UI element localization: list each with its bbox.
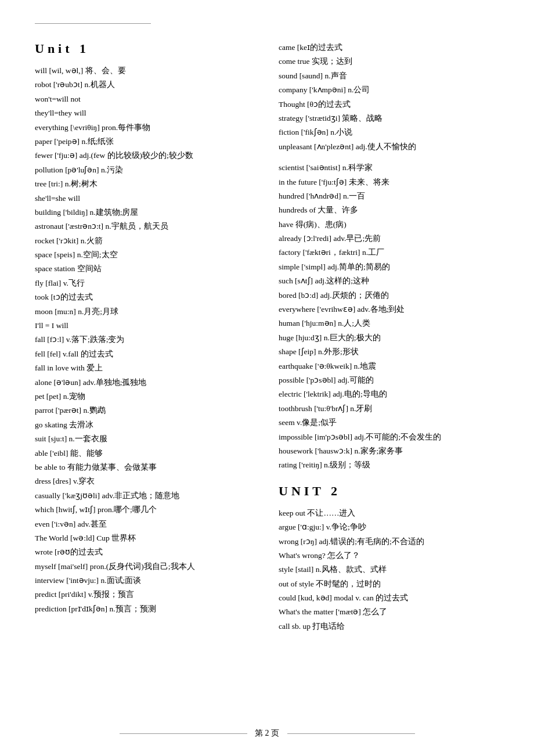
list-item: company ['kʌmpəni] n.公司 — [279, 84, 499, 96]
unit1-right-entries-top: came [keɪ的过去式come true 实现；达到sound [saund… — [279, 41, 499, 153]
list-item: be able to 有能力做某事、会做某事 — [35, 461, 255, 474]
list-item: alone [ə'ləun] adv.单独地;孤独地 — [35, 376, 255, 389]
list-item: wrote [rəʊ的过去式 — [35, 546, 255, 559]
list-item: simple ['simpl] adj.简单的;简易的 — [279, 261, 499, 273]
list-item: everywhere ['evrihwɛə] adv.各地;到处 — [279, 303, 499, 316]
list-item: hundred ['hʌndrəd] n.一百 — [279, 190, 499, 203]
list-item: unpleasant [ʌn'plezənt] adj.使人不愉快的 — [279, 141, 499, 153]
list-item: fall in love with 爱上 — [35, 362, 255, 375]
list-item: rocket ['rɔkit] n.火箭 — [35, 235, 255, 247]
left-column: Unit 1 will [wil, wəl,] 将、会、要robot ['rəu… — [35, 41, 267, 634]
list-item: myself [mai'self] pron.(反身代词)我自己;我本人 — [35, 560, 255, 573]
list-item: hundreds of 大量、许多 — [279, 204, 499, 217]
footer-line-left — [120, 733, 247, 734]
main-content: Unit 1 will [wil, wəl,] 将、会、要robot ['rəu… — [35, 41, 499, 634]
list-item: factory ['fæktəri，fæktri] n.工厂 — [279, 246, 499, 259]
list-item: keep out 不让……进入 — [279, 507, 499, 520]
right-column: came [keɪ的过去式come true 实现；达到sound [saund… — [267, 41, 499, 634]
list-item: bored [bɔ:d] adj.厌烦的；厌倦的 — [279, 289, 499, 302]
list-item: could [kud, kəd] modal v. can 的过去式 — [279, 592, 499, 604]
list-item: fall [fɔ:l] v.落下;跌落;变为 — [35, 333, 255, 346]
list-item: casually ['kæʒjʊəli] adv.非正式地；随意地 — [35, 489, 255, 502]
list-item: which [hwitʃ, wɪtʃ] pron.哪个;哪几个 — [35, 503, 255, 516]
list-item: sound [saund] n.声音 — [279, 70, 499, 82]
list-item: space [speis] n.空间;太空 — [35, 249, 255, 261]
list-item: The World [wə:ld] Cup 世界杯 — [35, 532, 255, 545]
list-item: everything [\evriθiŋ] pron.每件事物 — [35, 121, 255, 134]
list-item: already [ɔ:l'redi] adv.早已;先前 — [279, 232, 499, 245]
top-divider — [35, 23, 151, 24]
list-item: they'll=they will — [35, 107, 255, 120]
list-item: she'll=she will — [35, 192, 255, 205]
list-item: pollution [pə'luʃən] n.污染 — [35, 164, 255, 177]
footer-page-text: 第 2 页 — [255, 729, 279, 737]
list-item: I'll = I will — [35, 319, 255, 332]
list-item: argue ['ɑ:gju:] v.争论;争吵 — [279, 521, 499, 534]
list-item: will [wil, wəl,] 将、会、要 — [35, 64, 255, 77]
unit1-entries: will [wil, wəl,] 将、会、要robot ['rəubɔt] n.… — [35, 64, 255, 615]
list-item: strategy ['strætidʒi] 策略、战略 — [279, 112, 499, 125]
footer-line-right — [287, 733, 415, 734]
list-item: came [keɪ的过去式 — [279, 41, 499, 54]
list-item: electric ['lektrik] adj.电的;导电的 — [279, 388, 499, 401]
list-item: toothbrush ['tu:θ'brʌʃ] n.牙刷 — [279, 402, 499, 415]
list-item: rating ['reitiŋ] n.级别；等级 — [279, 459, 499, 471]
list-item: able ['eibl] 能、能够 — [35, 447, 255, 460]
page: Unit 1 will [wil, wəl,] 将、会、要robot ['rəu… — [0, 0, 534, 756]
list-item: have 得(病)、患(病) — [279, 218, 499, 231]
list-item: building ['bildiŋ] n.建筑物;房屋 — [35, 206, 255, 219]
list-item: dress [dres] v.穿衣 — [35, 475, 255, 488]
list-item: earthquake ['ə:θkweik] n.地震 — [279, 360, 499, 373]
list-item: space station 空间站 — [35, 262, 255, 275]
list-item: fell [fel] v.fall 的过去式 — [35, 348, 255, 361]
list-item: possible ['pɔsəbl] adj.可能的 — [279, 374, 499, 387]
unit1-heading: Unit 1 — [35, 41, 255, 56]
unit1-right-entries-mid: scientist ['saiəntist] n.科学家in the futur… — [279, 161, 499, 472]
list-item: impossible [im'pɔsəbl] adj.不可能的;不会发生的 — [279, 431, 499, 444]
unit2-entries: keep out 不让……进入argue ['ɑ:gju:] v.争论;争吵wr… — [279, 507, 499, 633]
list-item: seem v.像是;似乎 — [279, 416, 499, 429]
list-item: astronaut ['æstrənɔ:t] n.宇航员，航天员 — [35, 220, 255, 233]
page-footer: 第 2 页 — [0, 728, 534, 739]
list-item: parrot ['pærət] n.鹦鹉 — [35, 404, 255, 417]
list-item: even ['i:vən] adv.甚至 — [35, 518, 255, 531]
list-item: style [stail] n.风格、款式、式样 — [279, 563, 499, 576]
list-item: huge [hju:dʒ] n.巨大的;极大的 — [279, 332, 499, 344]
list-item: shape [ʃeip] n.外形;形状 — [279, 345, 499, 358]
list-item: human ['hju:mən] n.人;人类 — [279, 317, 499, 330]
list-item: wrong [rɔŋ] adj.错误的;有毛病的;不合适的 — [279, 535, 499, 548]
list-item: robot ['rəubɔt] n.机器人 — [35, 78, 255, 91]
list-item: moon [mu:n] n.月亮;月球 — [35, 305, 255, 318]
list-item: in the future ['fju:tʃə] 未来、将来 — [279, 176, 499, 189]
list-item: tree [tri:] n.树;树木 — [35, 178, 255, 190]
list-item: come true 实现；达到 — [279, 55, 499, 68]
list-item: Thought [θɔ的过去式 — [279, 98, 499, 111]
list-item: out of style 不时髦的，过时的 — [279, 578, 499, 591]
list-item: housework ['hauswɔ:k] n.家务;家务事 — [279, 445, 499, 458]
list-item: suit [sju:t] n.一套衣服 — [35, 433, 255, 445]
list-item: such [sʌtʃ] adj.这样的;这种 — [279, 275, 499, 287]
list-item: fiction ['fikʃən] n.小说 — [279, 126, 499, 139]
list-item: What's wrong? 怎么了？ — [279, 549, 499, 562]
list-item: pet [pet] n.宠物 — [35, 390, 255, 403]
unit2-heading: UNIT 2 — [279, 484, 499, 499]
list-item: prediction [prɪ'dɪkʃən] n.预言；预测 — [35, 603, 255, 615]
list-item: fly [flai] v.飞行 — [35, 277, 255, 290]
list-item: paper ['peipə] n.纸;纸张 — [35, 135, 255, 148]
list-item: fewer ['fju:ə] adj.(few 的比较级)较少的;较少数 — [35, 149, 255, 162]
list-item: predict [pri'dikt] v.预报；预言 — [35, 588, 255, 601]
list-item: won't=will not — [35, 93, 255, 106]
list-item: interview ['intəvju:] n.面试;面谈 — [35, 574, 255, 587]
list-item: What's the matter ['mætə] 怎么了 — [279, 606, 499, 618]
list-item: go skating 去滑冰 — [35, 419, 255, 431]
list-item: call sb. up 打电话给 — [279, 620, 499, 633]
list-item: scientist ['saiəntist] n.科学家 — [279, 161, 499, 174]
list-item: took [tɔ的过去式 — [35, 291, 255, 304]
